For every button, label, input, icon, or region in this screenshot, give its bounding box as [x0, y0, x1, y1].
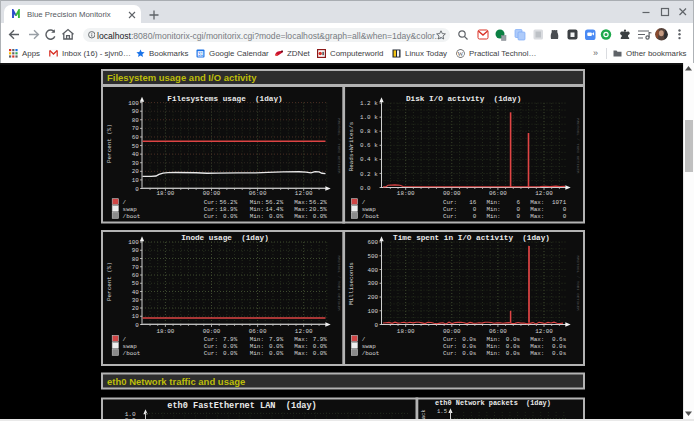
svg-text:50: 50	[132, 143, 140, 150]
svg-text:0.6s: 0.6s	[552, 336, 567, 343]
svg-text:20: 20	[132, 168, 140, 175]
svg-text:0.0%: 0.0%	[313, 213, 328, 220]
svg-text:0.0s: 0.0s	[462, 343, 477, 350]
svg-text:0.0%: 0.0%	[223, 343, 238, 350]
svg-text:1.2: 1.2	[360, 100, 371, 107]
svg-text:0: 0	[563, 213, 567, 220]
svg-text:20: 20	[132, 305, 140, 312]
svg-text:80: 80	[132, 256, 140, 263]
svg-text:Percent (%): Percent (%)	[106, 262, 113, 301]
svg-text:swap: swap	[362, 343, 377, 350]
svg-text:0.0s: 0.0s	[552, 350, 567, 357]
svg-text:RRDTOOL / TOBI OETIKER: RRDTOOL / TOBI OETIKER	[576, 256, 580, 312]
svg-text:100: 100	[367, 308, 378, 315]
svg-text:0.0s: 0.0s	[552, 343, 567, 350]
svg-text:Min:: Min:	[487, 343, 501, 350]
svg-text:Filesystems usage (1day): Filesystems usage (1day)	[167, 95, 282, 103]
svg-text:Max:: Max:	[530, 343, 544, 350]
svg-text:0: 0	[135, 186, 139, 193]
svg-text:/: /	[123, 336, 127, 343]
svg-text:eth0 Network traffic and usage: eth0 Network traffic and usage	[107, 376, 245, 387]
svg-text:1.0: 1.0	[360, 114, 371, 121]
svg-text:0.0%: 0.0%	[269, 213, 284, 220]
svg-text:Cur:: Cur:	[443, 213, 457, 220]
svg-text:12:00: 12:00	[535, 328, 553, 335]
svg-text:/: /	[362, 336, 366, 343]
svg-text:Max:: Max:	[530, 336, 544, 343]
svg-text:Max:: Max:	[294, 343, 308, 350]
svg-text:Max:: Max:	[294, 350, 308, 357]
svg-text:Max:: Max:	[294, 336, 308, 343]
svg-text:0.6: 0.6	[360, 142, 371, 149]
svg-text:90: 90	[132, 108, 140, 115]
svg-text:swap: swap	[123, 343, 138, 350]
svg-text:RRDTOOL / TOBI OETIKER: RRDTOOL / TOBI OETIKER	[337, 118, 341, 174]
svg-text:18:00: 18:00	[397, 328, 415, 335]
svg-text:Max:: Max:	[294, 213, 308, 220]
svg-text:10: 10	[132, 177, 140, 184]
svg-text:18:00: 18:00	[157, 328, 175, 335]
svg-text:18:00: 18:00	[397, 190, 415, 197]
svg-text:Cur:: Cur:	[204, 350, 218, 357]
svg-text:7.9%: 7.9%	[223, 336, 238, 343]
svg-text:Min:: Min:	[487, 336, 501, 343]
svg-text:00:00: 00:00	[443, 328, 461, 335]
svg-text:0.0s: 0.0s	[462, 350, 477, 357]
svg-text:Reads+Writes/s: Reads+Writes/s	[348, 121, 355, 171]
svg-text:00:00: 00:00	[203, 190, 221, 197]
svg-text:40: 40	[132, 289, 140, 296]
svg-text:600: 600	[367, 239, 378, 246]
svg-text:/boot: /boot	[123, 213, 141, 220]
svg-text:Cur:: Cur:	[443, 343, 457, 350]
svg-text:0.0%: 0.0%	[313, 350, 328, 357]
svg-text:00:00: 00:00	[443, 190, 461, 197]
svg-text:0.2: 0.2	[360, 171, 371, 178]
svg-text:30: 30	[132, 160, 140, 167]
svg-text:Disk I/O activity (1day): Disk I/O activity (1day)	[406, 95, 521, 103]
svg-text:0.4: 0.4	[360, 156, 371, 163]
svg-text:300: 300	[367, 280, 378, 287]
svg-text:k: k	[371, 142, 379, 149]
svg-text:500: 500	[367, 253, 378, 260]
svg-text:90: 90	[132, 247, 140, 254]
svg-text:Cur:: Cur:	[204, 213, 218, 220]
svg-text:Min:: Min:	[487, 350, 501, 357]
svg-text:12:00: 12:00	[535, 190, 553, 197]
svg-text:k: k	[371, 114, 379, 121]
svg-text:Milliseconds: Milliseconds	[348, 262, 355, 305]
svg-text:eth0 Network packets (1day): eth0 Network packets (1day)	[435, 399, 551, 407]
svg-text:200: 200	[367, 294, 378, 301]
svg-text:Max:: Max:	[530, 350, 544, 357]
svg-text:k: k	[371, 171, 379, 178]
svg-text:10: 10	[132, 313, 140, 320]
svg-text:0.0%: 0.0%	[269, 350, 284, 357]
svg-text:RRDTOOL / TOBI OETIKER: RRDTOOL / TOBI OETIKER	[576, 118, 580, 174]
svg-text:Max:: Max:	[530, 213, 544, 220]
svg-text:0.0%: 0.0%	[313, 343, 328, 350]
svg-text:0.0: 0.0	[360, 185, 371, 192]
svg-text:40: 40	[132, 151, 140, 158]
svg-text:80: 80	[132, 117, 140, 124]
svg-text:0.0s: 0.0s	[462, 336, 477, 343]
svg-text:Inode usage (1day): Inode usage (1day)	[181, 234, 269, 242]
svg-text:400: 400	[367, 267, 378, 274]
svg-text:100: 100	[128, 100, 139, 107]
svg-text:Time spent in I/O activity (1: Time spent in I/O activity (1day)	[393, 234, 550, 242]
svg-text:18:00: 18:00	[157, 190, 175, 197]
svg-text:60: 60	[132, 134, 140, 141]
svg-text:Percent (%): Percent (%)	[106, 124, 113, 163]
svg-text:1.5: 1.5	[437, 408, 447, 415]
svg-text:0.0s: 0.0s	[506, 336, 521, 343]
svg-text:Min:: Min:	[250, 350, 264, 357]
svg-text:31: 31	[198, 51, 204, 56]
svg-text:0.0%: 0.0%	[269, 343, 284, 350]
svg-text:Cur:: Cur:	[204, 343, 218, 350]
svg-text:7.9%: 7.9%	[313, 336, 328, 343]
svg-text:0.0%: 0.0%	[223, 350, 238, 357]
svg-text:RRDTOOL / TOBI OETIKER: RRDTOOL / TOBI OETIKER	[337, 256, 341, 312]
svg-text:Min:: Min:	[250, 336, 264, 343]
svg-text:/boot: /boot	[362, 213, 380, 220]
svg-text:Cur:: Cur:	[204, 336, 218, 343]
svg-text:Min:: Min:	[250, 343, 264, 350]
svg-text:0: 0	[516, 213, 520, 220]
